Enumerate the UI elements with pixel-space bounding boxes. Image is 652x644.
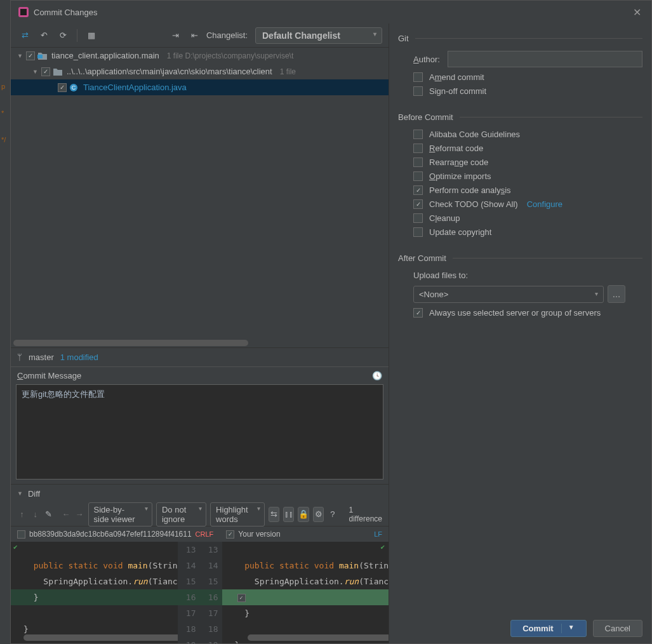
encoding-right: LF	[374, 530, 382, 538]
amend-row[interactable]: Amend commit	[413, 72, 642, 82]
left-version-header: bb8839db3da9dc18cb6a0947efef112894f41611…	[11, 527, 220, 542]
rearrange-row[interactable]: Rearrange code	[413, 158, 642, 167]
checkbox[interactable]	[413, 308, 423, 318]
folder-icon	[53, 67, 63, 76]
separator	[77, 29, 77, 42]
changelist-combo[interactable]: Default Changelist	[255, 27, 382, 44]
branch-icon: ᛘ	[17, 352, 22, 362]
checkbox[interactable]	[17, 530, 25, 539]
checkbox[interactable]	[413, 185, 423, 195]
expand-icon[interactable]: ⇥	[168, 28, 183, 43]
app-icon	[18, 7, 29, 17]
tree-root-name: tiance_client.application.main	[51, 51, 159, 60]
checkbox[interactable]	[58, 83, 67, 92]
checkbox[interactable]	[41, 67, 50, 76]
commit-dialog: Commit Changes ✕ ⇄ ↶ ⟳ ▦ ⇥ ⇤ Changelist:…	[10, 0, 652, 644]
commit-hash: bb8839db3da9dc18cb6a0947efef112894f41611	[29, 530, 192, 539]
browse-button[interactable]: …	[608, 285, 625, 303]
checkbox[interactable]	[226, 530, 234, 539]
prev-file-icon[interactable]: ←	[61, 507, 70, 522]
changelist-label: Changelist:	[206, 30, 248, 40]
checkbox[interactable]	[413, 227, 423, 237]
diff-code-view[interactable]: ✔ public static void main(String[] args)…	[11, 542, 389, 643]
signoff-label: Sign-off commit	[429, 86, 486, 96]
checkbox[interactable]	[413, 144, 423, 153]
java-class-icon: C	[69, 83, 79, 92]
module-icon	[37, 51, 48, 60]
viewer-combo[interactable]: Side-by-side viewer	[88, 502, 152, 527]
chevron-down-icon[interactable]: ▼	[17, 53, 23, 59]
author-input[interactable]	[448, 51, 642, 67]
ignore-combo[interactable]: Do not ignore	[156, 502, 206, 527]
right-code-pane[interactable]: ✔ public static void main(String[] args)…	[222, 542, 389, 643]
chevron-down-icon[interactable]: ▼	[17, 490, 23, 497]
upload-row: <None> …	[413, 285, 642, 303]
author-row: Author:	[398, 51, 642, 67]
left-code-pane[interactable]: ✔ public static void main(String[] args)…	[11, 542, 178, 643]
checkbox[interactable]	[413, 130, 423, 139]
history-icon[interactable]: 🕓	[372, 371, 382, 380]
copyright-row[interactable]: Update copyright	[413, 227, 642, 237]
branch-bar: ᛘ master 1 modified	[11, 347, 389, 366]
highlight-combo[interactable]: Highlight words	[210, 502, 265, 527]
next-file-icon[interactable]: →	[74, 507, 84, 522]
help-icon[interactable]: ?	[328, 507, 337, 522]
git-section-label: Git	[398, 34, 642, 43]
signoff-row[interactable]: Sign-off commit	[413, 86, 642, 96]
cancel-button[interactable]: Cancel	[593, 620, 642, 637]
upload-label: Upload files to:	[398, 271, 642, 280]
modified-count[interactable]: 1 modified	[60, 352, 98, 362]
before-commit-label: Before Commit	[398, 112, 642, 122]
show-diff-icon[interactable]: ⇄	[17, 28, 32, 43]
editor-background-gutter: p**/	[0, 0, 11, 644]
upload-combo[interactable]: <None>	[413, 286, 604, 303]
chevron-down-icon[interactable]: ▼	[561, 624, 575, 633]
file-tree[interactable]: ▼ tiance_client.application.main 1 file …	[11, 48, 389, 347]
close-icon[interactable]: ✕	[630, 4, 644, 21]
analysis-row[interactable]: Perform code analysis	[413, 185, 642, 195]
checkbox[interactable]	[413, 86, 423, 96]
jump-to-source-icon[interactable]: ✎	[44, 507, 53, 522]
checkbox[interactable]	[413, 213, 423, 223]
collapse-unchanged-icon[interactable]: ⇆	[269, 507, 279, 522]
lock-icon[interactable]: 🔒	[298, 507, 309, 522]
horizontal-scrollbar[interactable]	[13, 340, 248, 346]
group-icon[interactable]: ▦	[84, 28, 99, 43]
prev-diff-icon[interactable]: ↑	[17, 507, 27, 522]
tree-file[interactable]: C TianceClientApplication.java	[11, 79, 389, 95]
reformat-row[interactable]: Reformat code	[413, 144, 642, 153]
line-checkbox[interactable]: ✓	[237, 594, 246, 602]
checkbox[interactable]	[413, 199, 423, 209]
undo-icon[interactable]: ↶	[36, 28, 51, 43]
checkbox[interactable]	[413, 72, 423, 82]
tree-package[interactable]: ▼ ..\..\..\application\src\main\java\cn\…	[11, 64, 389, 79]
tree-root[interactable]: ▼ tiance_client.application.main 1 file …	[11, 48, 389, 64]
todo-row[interactable]: Check TODO (Show All)Configure	[413, 199, 642, 209]
sync-scroll-icon[interactable]: ⫿⫿	[283, 507, 294, 522]
checkbox[interactable]	[413, 171, 423, 181]
diff-label: Diff	[28, 489, 40, 499]
tree-root-meta: 1 file D:\projects\company\supervise\t	[167, 51, 293, 60]
cleanup-row[interactable]: Cleanup	[413, 213, 642, 223]
svg-text:C: C	[72, 84, 76, 91]
alibaba-row[interactable]: Alibaba Code Guidelines	[413, 130, 642, 139]
horizontal-scrollbar[interactable]	[248, 634, 389, 641]
settings-icon[interactable]: ⚙	[313, 507, 324, 522]
commit-button[interactable]: Commit▼	[510, 620, 586, 637]
optimize-row[interactable]: Optimize imports	[413, 171, 642, 181]
footer: ? Commit▼ Cancel	[510, 620, 642, 637]
dialog-title: Commit Changes	[34, 8, 630, 17]
horizontal-scrollbar[interactable]	[23, 634, 178, 641]
always-row[interactable]: Always use selected server or group of s…	[413, 308, 642, 318]
refresh-icon[interactable]: ⟳	[55, 28, 70, 43]
collapse-icon[interactable]: ⇤	[187, 28, 203, 43]
checkbox[interactable]	[26, 51, 35, 60]
next-diff-icon[interactable]: ↓	[30, 507, 40, 522]
svg-rect-2	[37, 55, 43, 58]
right-pane: Git Author: Amend commit Sign-off commit…	[389, 23, 651, 643]
chevron-down-icon[interactable]: ▼	[32, 69, 39, 75]
configure-link[interactable]: Configure	[527, 199, 562, 209]
checkbox[interactable]	[413, 158, 423, 167]
commit-message-input[interactable]	[16, 384, 383, 480]
diff-header[interactable]: ▼ Diff	[11, 485, 389, 502]
